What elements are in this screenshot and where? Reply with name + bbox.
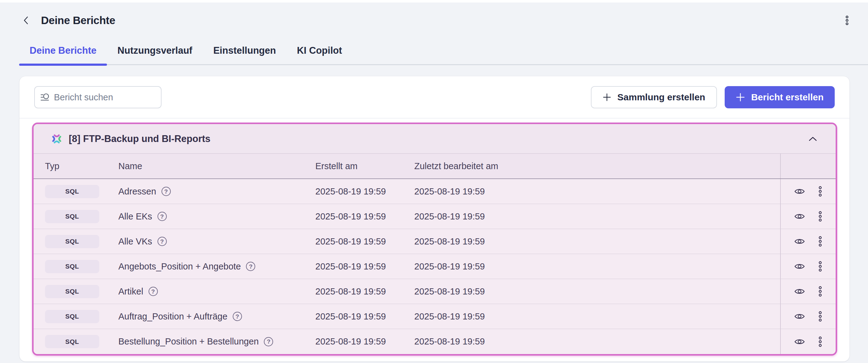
report-type-cell: SQL bbox=[45, 235, 118, 248]
reports-card: Sammlung erstellen Bericht erstellen bbox=[20, 76, 849, 361]
report-name: Bestellung_Position + Bestellungen bbox=[118, 336, 258, 347]
search-box[interactable] bbox=[34, 86, 161, 108]
modified-at-cell: 2025-08-19 19:59 bbox=[414, 212, 780, 222]
sql-type-badge: SQL bbox=[45, 310, 99, 323]
tab-ki-copilot[interactable]: KI Copilot bbox=[286, 45, 352, 64]
help-question-icon[interactable]: ? bbox=[246, 262, 255, 271]
view-report-button[interactable] bbox=[794, 338, 805, 346]
plus-icon bbox=[736, 92, 745, 102]
table-header-row: Typ Name Erstellt am Zuletzt bearbeitet … bbox=[34, 154, 836, 179]
report-name: Angebots_Position + Angebote bbox=[118, 261, 241, 272]
view-report-button[interactable] bbox=[794, 312, 805, 320]
created-at-cell: 2025-08-19 19:59 bbox=[315, 336, 414, 347]
back-button[interactable] bbox=[19, 13, 33, 27]
kebab-vertical-icon bbox=[818, 236, 822, 247]
help-question-icon[interactable]: ? bbox=[149, 287, 158, 296]
row-overflow-menu-button[interactable] bbox=[818, 261, 822, 272]
eye-icon bbox=[794, 312, 805, 320]
kebab-vertical-icon bbox=[818, 186, 822, 197]
report-name-cell: Artikel ? bbox=[118, 286, 315, 297]
modified-at-cell: 2025-08-19 19:59 bbox=[414, 236, 780, 247]
eye-icon bbox=[794, 212, 805, 220]
report-name: Alle VKs bbox=[118, 236, 152, 247]
table-row[interactable]: SQL Alle EKs ? 2025-08-19 19:59 2025-08-… bbox=[34, 204, 836, 229]
report-name: Alle EKs bbox=[118, 212, 152, 222]
eye-icon bbox=[794, 187, 805, 195]
row-overflow-menu-button[interactable] bbox=[818, 186, 822, 197]
row-overflow-menu-button[interactable] bbox=[818, 286, 822, 297]
row-actions-cell bbox=[780, 254, 836, 279]
view-report-button[interactable] bbox=[794, 187, 805, 195]
kebab-vertical-icon bbox=[818, 336, 822, 347]
table-row[interactable]: SQL Bestellung_Position + Bestellungen ?… bbox=[34, 329, 836, 354]
help-question-icon[interactable]: ? bbox=[233, 312, 242, 321]
report-name: Artikel bbox=[118, 286, 143, 297]
create-report-button[interactable]: Bericht erstellen bbox=[725, 86, 835, 108]
table-body: SQL Adressen ? 2025-08-19 19:59 2025-08-… bbox=[34, 179, 836, 354]
column-header-modified: Zuletzt bearbeitet am bbox=[414, 161, 780, 171]
collection-title: [8] FTP-Backup und BI-Reports bbox=[69, 133, 211, 144]
eye-icon bbox=[794, 238, 805, 245]
row-overflow-menu-button[interactable] bbox=[818, 236, 822, 247]
tab-deine-berichte[interactable]: Deine Berichte bbox=[19, 45, 107, 64]
view-report-button[interactable] bbox=[794, 212, 805, 220]
table-row[interactable]: SQL Artikel ? 2025-08-19 19:59 2025-08-1… bbox=[34, 279, 836, 304]
column-header-actions bbox=[780, 154, 836, 178]
row-overflow-menu-button[interactable] bbox=[818, 336, 822, 347]
top-strip bbox=[0, 0, 868, 2]
search-input[interactable] bbox=[54, 92, 161, 103]
report-type-cell: SQL bbox=[45, 310, 118, 323]
sql-type-badge: SQL bbox=[45, 260, 99, 273]
row-overflow-menu-button[interactable] bbox=[818, 311, 822, 322]
collection-header[interactable]: [8] FTP-Backup und BI-Reports bbox=[34, 124, 836, 154]
report-type-cell: SQL bbox=[45, 285, 118, 298]
report-type-cell: SQL bbox=[45, 210, 118, 223]
help-question-icon[interactable]: ? bbox=[161, 187, 171, 196]
plus-icon bbox=[602, 93, 611, 102]
help-question-icon[interactable]: ? bbox=[264, 337, 273, 346]
create-collection-label: Sammlung erstellen bbox=[617, 92, 705, 103]
table-row[interactable]: SQL Auftrag_Position + Aufträge ? 2025-0… bbox=[34, 304, 836, 329]
tab-einstellungen[interactable]: Einstellungen bbox=[203, 45, 286, 64]
modified-at-cell: 2025-08-19 19:59 bbox=[414, 187, 780, 197]
table-row[interactable]: SQL Angebots_Position + Angebote ? 2025-… bbox=[34, 254, 836, 279]
row-actions-cell bbox=[780, 279, 836, 304]
created-at-cell: 2025-08-19 19:59 bbox=[315, 187, 414, 197]
sql-type-badge: SQL bbox=[45, 185, 99, 198]
page-overflow-menu-button[interactable] bbox=[841, 13, 852, 27]
sql-type-badge: SQL bbox=[45, 285, 99, 298]
created-at-cell: 2025-08-19 19:59 bbox=[315, 286, 414, 297]
modified-at-cell: 2025-08-19 19:59 bbox=[414, 311, 780, 322]
page-header: Deine Berichte bbox=[19, 13, 852, 27]
kebab-vertical-icon bbox=[818, 261, 822, 272]
column-header-created: Erstellt am bbox=[315, 161, 414, 171]
view-report-button[interactable] bbox=[794, 238, 805, 245]
tab-nutzungsverlauf[interactable]: Nutzungsverlauf bbox=[107, 45, 203, 64]
collection-ftp-backup: [8] FTP-Backup und BI-Reports Typ Name E… bbox=[32, 122, 837, 356]
help-question-icon[interactable]: ? bbox=[157, 212, 167, 221]
create-report-label: Bericht erstellen bbox=[751, 92, 824, 103]
create-collection-button[interactable]: Sammlung erstellen bbox=[591, 86, 717, 108]
eye-icon bbox=[794, 262, 805, 271]
row-overflow-menu-button[interactable] bbox=[818, 211, 822, 222]
table-row[interactable]: SQL Adressen ? 2025-08-19 19:59 2025-08-… bbox=[34, 179, 836, 204]
column-header-name: Name bbox=[118, 161, 315, 171]
view-report-button[interactable] bbox=[794, 287, 805, 296]
collection-collapse-button[interactable] bbox=[806, 132, 819, 146]
report-name-cell: Alle EKs ? bbox=[118, 212, 315, 222]
eye-icon bbox=[794, 287, 805, 296]
row-actions-cell bbox=[780, 179, 836, 204]
table-row[interactable]: SQL Alle VKs ? 2025-08-19 19:59 2025-08-… bbox=[34, 229, 836, 254]
help-question-icon[interactable]: ? bbox=[157, 237, 167, 246]
toolbar-actions: Sammlung erstellen Bericht erstellen bbox=[591, 86, 835, 108]
report-name: Adressen bbox=[118, 187, 156, 197]
report-name: Auftrag_Position + Aufträge bbox=[118, 311, 227, 322]
tab-bar: Deine Berichte Nutzungsverlauf Einstellu… bbox=[19, 45, 868, 65]
kebab-vertical-icon bbox=[818, 211, 822, 222]
sql-type-badge: SQL bbox=[45, 210, 99, 223]
report-name-cell: Alle VKs ? bbox=[118, 236, 315, 247]
view-report-button[interactable] bbox=[794, 262, 805, 271]
created-at-cell: 2025-08-19 19:59 bbox=[315, 311, 414, 322]
created-at-cell: 2025-08-19 19:59 bbox=[315, 212, 414, 222]
kebab-vertical-icon bbox=[818, 311, 822, 322]
